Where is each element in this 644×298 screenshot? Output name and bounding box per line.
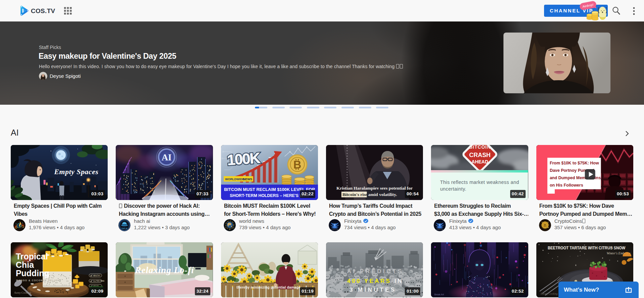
svg-text:This reflects market weakness: This reflects market weakness and [440, 180, 519, 185]
svg-text:Pudding: Pudding [16, 268, 49, 278]
svg-text:NEWS: NEWS [243, 178, 252, 181]
svg-text:hack ai: hack ai [122, 227, 127, 229]
svg-text:B: B [544, 223, 546, 227]
svg-text:BITCOIN: BITCOIN [469, 145, 491, 150]
svg-text:GLUTEN-FREE: GLUTEN-FREE [93, 280, 104, 282]
svg-text:HEALTHY: HEALTHY [93, 275, 100, 277]
svg-text:FINIXYTA: FINIXYTA [331, 229, 338, 230]
svg-text:Aunty Cooking: Aunty Cooking [14, 291, 31, 294]
svg-text:CRASH: CRASH [469, 152, 491, 158]
svg-text:WORLDWIDE: WORLDWIDE [225, 178, 244, 181]
svg-text:amid volatility.: amid volatility. [368, 192, 397, 197]
svg-text:uncertainty.: uncertainty. [440, 186, 466, 192]
svg-text:SHORT-TERM HOLDERS – HERE'S WH: SHORT-TERM HOLDERS – HERE'S WHY [230, 193, 309, 198]
svg-text:Bitcoin's rise: Bitcoin's rise [342, 192, 367, 197]
svg-text:From $10K to $75K: How: From $10K to $75K: How [550, 161, 599, 165]
svg-text:Kristian Haralampiev sees pote: Kristian Haralampiev sees potential for [336, 186, 413, 191]
svg-text:MANGO & COCONUT DELIGHT: MANGO & COCONUT DELIGHT [16, 279, 62, 282]
svg-text:100K: 100K [226, 149, 261, 168]
svg-text:3 MINUTES: 3 MINUTES [350, 287, 396, 293]
svg-text:Antony Cooking: Antony Cooking [540, 292, 558, 295]
svg-text:Empty Spaces: Empty Spaces [54, 167, 98, 176]
svg-text:400 YEARS IN: 400 YEARS IN [347, 278, 403, 284]
svg-text:Relaxing Lo-fi: Relaxing Lo-fi [135, 265, 194, 275]
svg-text:on His Followers: on His Followers [550, 183, 583, 188]
svg-text:Tropical: Tropical [16, 252, 48, 261]
svg-text:FINIXYTA: FINIXYTA [436, 229, 443, 230]
svg-text:thereby minimizing potential d: thereby minimizing potential damage [236, 286, 301, 289]
svg-text:AI: AI [162, 152, 172, 162]
svg-text:BEETROOT TARTARE WITH CITRUS S: BEETROOT TARTARE WITH CITRUS SNOW [548, 245, 626, 250]
svg-text:B: B [293, 158, 301, 171]
svg-text:AI PREDICTS: AI PREDICTS [347, 268, 404, 275]
svg-text:AHEAD: AHEAD [472, 159, 488, 164]
svg-text:Chia: Chia [16, 260, 34, 269]
svg-text:Break Art: Break Art [434, 293, 444, 296]
